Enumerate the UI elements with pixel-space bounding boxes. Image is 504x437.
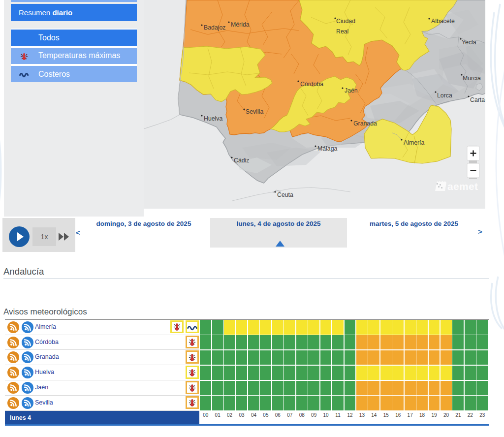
svg-text:Almería: Almería bbox=[404, 139, 425, 146]
svg-text:Córdoba: Córdoba bbox=[300, 81, 323, 88]
svg-text:Yecla: Yecla bbox=[462, 39, 476, 46]
svg-text:Real: Real bbox=[336, 28, 348, 35]
svg-text:Cartag: Cartag bbox=[470, 96, 485, 103]
svg-text:Ceuta: Ceuta bbox=[277, 191, 293, 198]
svg-text:Granada: Granada bbox=[353, 120, 377, 127]
svg-text:Sevilla: Sevilla bbox=[246, 108, 263, 115]
svg-text:Murcia: Murcia bbox=[463, 75, 481, 82]
svg-text:Albacete: Albacete bbox=[431, 18, 455, 25]
svg-text:Huelva: Huelva bbox=[204, 115, 222, 122]
svg-text:Ciudad: Ciudad bbox=[336, 18, 355, 25]
svg-text:Mérida: Mérida bbox=[231, 21, 250, 28]
svg-text:Lorca: Lorca bbox=[437, 92, 452, 99]
svg-text:Málaga: Málaga bbox=[317, 145, 337, 152]
svg-text:aemet: aemet bbox=[447, 181, 478, 192]
svg-text:Badajoz: Badajoz bbox=[204, 24, 225, 31]
svg-text:Jaén: Jaén bbox=[345, 87, 358, 94]
svg-text:Cádiz: Cádiz bbox=[234, 157, 249, 164]
